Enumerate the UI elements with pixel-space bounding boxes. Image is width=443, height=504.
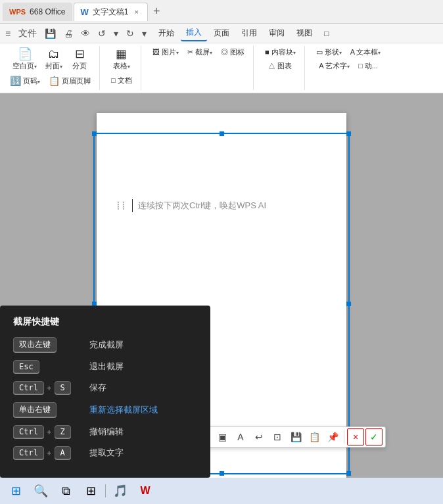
ribbon-row-shapes: ▭ 形状▾ A 文本框▾ (313, 46, 385, 58)
menu-bar-icons: ≡ 文件 💾 🖨 👁 ↺ ▾ ↻ ▾ (3, 26, 149, 41)
icon-button[interactable]: ◎ 图标 (218, 46, 248, 58)
shortcut-desc-esc: 退出截屏 (89, 361, 124, 373)
handle-tr[interactable] (346, 131, 351, 136)
doc-tab-label: 文字文稿1 (93, 7, 129, 18)
key-plus-save: + (47, 383, 52, 393)
ribbon: 📄 空白页▾ 🗂 封面▾ ⊟ 分页 🔢 页码▾ 📋 页眉页脚 (0, 43, 443, 93)
key-ctrl-undo: Ctrl (13, 425, 44, 438)
handle-tl[interactable] (92, 131, 97, 136)
textbox-button[interactable]: A 文本框▾ (347, 46, 385, 58)
shortcut-keys-extract: Ctrl + A (13, 446, 85, 459)
table-button[interactable]: ▦ 表格▾ (110, 46, 133, 73)
redo-dropdown[interactable]: ▾ (139, 27, 149, 40)
document-button[interactable]: □ 文档 (108, 74, 135, 87)
ss-save-btn[interactable]: 💾 (287, 428, 304, 446)
ribbon-group-media: 🖼 图片▾ ✂ 截屏▾ ◎ 图标 (147, 46, 254, 90)
wps-taskbar-button[interactable]: W (133, 479, 157, 503)
image-button[interactable]: 🖼 图片▾ (149, 46, 182, 58)
handle-tm[interactable] (220, 131, 224, 136)
page-number-icon: 🔢 (10, 76, 21, 86)
word-icon: W (81, 7, 89, 17)
wps-office-tab[interactable]: WPS 668 Office (3, 3, 72, 21)
ss-copy-btn[interactable]: 📋 (306, 428, 323, 446)
wordart-button[interactable]: A 艺术字▾ (315, 60, 353, 72)
undo-dropdown[interactable]: ▾ (111, 27, 121, 40)
handle-mr[interactable] (346, 302, 351, 306)
page-break-button[interactable]: ⊟ 分页 (68, 46, 91, 73)
cover-icon: 🗂 (48, 48, 60, 60)
tab-close-button[interactable]: × (133, 7, 141, 16)
tab-view[interactable]: 视图 (291, 26, 317, 41)
tab-home[interactable]: 开始 (153, 26, 179, 41)
header-footer-button[interactable]: 📋 页眉页脚 (45, 74, 94, 87)
key-plus-extract: + (47, 448, 52, 458)
page-break-icon: ⊟ (75, 48, 85, 60)
grid-dots-icon: ⁞⁞ (116, 198, 127, 213)
title-bar: WPS 668 Office W 文字文稿1 × + (0, 0, 443, 24)
music-button[interactable]: 🎵 (108, 479, 132, 503)
file-menu[interactable]: 文件 (16, 26, 39, 41)
key-esc: Esc (13, 360, 39, 373)
key-rightclick: 单击右键 (13, 402, 57, 417)
search-button[interactable]: 🔍 (29, 479, 53, 503)
key-a: A (55, 446, 71, 459)
page-number-button[interactable]: 🔢 页码▾ (7, 74, 43, 87)
handle-br[interactable] (346, 471, 351, 476)
shortcut-desc-extract: 提取文字 (89, 447, 124, 459)
table-icon: ▦ (116, 48, 127, 60)
ribbon-row-art: A 艺术字▾ □ 动... (315, 60, 381, 72)
shortcut-popup-title: 截屏快捷键 (13, 316, 197, 328)
document-tab[interactable]: W 文字文稿1 × (74, 3, 148, 21)
redo-icon[interactable]: ↻ (124, 27, 137, 40)
tab-review[interactable]: 审阅 (264, 26, 290, 41)
blank-page-button[interactable]: 📄 空白页▾ (9, 46, 40, 73)
ribbon-group-content: ■ 内容块▾ △ 图表 (259, 46, 305, 90)
ss-crop-btn[interactable]: ⊡ (269, 428, 286, 446)
ss-pin-btn[interactable]: 📌 (324, 428, 341, 446)
ss-text-btn[interactable]: A (232, 428, 249, 446)
key-s: S (55, 381, 71, 394)
tab-reference[interactable]: 引用 (236, 26, 262, 41)
chart-button[interactable]: △ 图表 (265, 60, 295, 72)
shortcut-keys-esc: Esc (13, 360, 85, 373)
new-tab-button[interactable]: + (149, 5, 164, 18)
save-button[interactable]: 💾 (42, 27, 58, 40)
widgets-button[interactable]: ⊞ (79, 479, 103, 503)
key-z: Z (55, 425, 71, 438)
tab-insert[interactable]: 插入 (181, 25, 207, 41)
handle-bm[interactable] (220, 471, 224, 476)
shape-button[interactable]: ▭ 形状▾ (313, 46, 345, 58)
key-ctrl-extract: Ctrl (13, 446, 44, 459)
ss-step-btn[interactable]: ↩ (250, 428, 268, 446)
tab-page[interactable]: 页面 (208, 26, 235, 41)
shortcut-keys-save: Ctrl + S (13, 381, 85, 394)
shortcut-row-save: Ctrl + S 保存 (13, 381, 197, 394)
shortcut-keys-rightclick: 单击右键 (13, 402, 85, 417)
screenshot-button[interactable]: ✂ 截屏▾ (184, 46, 216, 58)
cover-button[interactable]: 🗂 封面▾ (42, 46, 66, 73)
ribbon-row-media: 🖼 图片▾ ✂ 截屏▾ ◎ 图标 (149, 46, 248, 58)
start-button[interactable]: ⊞ (4, 479, 28, 503)
preview-icon[interactable]: 👁 (78, 27, 93, 40)
shortcut-keys-undo: Ctrl + Z (13, 425, 85, 438)
shortcut-desc-rightclick: 重新选择截屏区域 (89, 404, 158, 416)
taskbar-separator (105, 484, 106, 497)
ss-cancel-btn[interactable]: × (347, 428, 364, 446)
undo-icon[interactable]: ↺ (95, 27, 108, 40)
header-footer-icon: 📋 (49, 76, 60, 86)
key-doubleclick: 双击左键 (13, 337, 57, 352)
shortcut-popup: 截屏快捷键 双击左键 完成截屏 Esc 退出截屏 Ctrl + S 保存 单击右… (0, 306, 210, 478)
taskview-button[interactable]: ⧉ (54, 479, 78, 503)
ss-mosaic-btn[interactable]: ▣ (214, 428, 231, 446)
ss-confirm-btn[interactable]: ✓ (365, 428, 383, 446)
shortcut-row-doubleclick: 双击左键 完成截屏 (13, 337, 197, 352)
tab-more[interactable]: □ (319, 27, 334, 40)
animation-button[interactable]: □ 动... (355, 60, 381, 72)
shortcut-keys-doubleclick: 双击左键 (13, 337, 85, 352)
shortcut-desc-save: 保存 (89, 382, 106, 394)
print-icon[interactable]: 🖨 (61, 27, 76, 40)
hamburger-menu[interactable]: ≡ (3, 27, 13, 40)
ribbon-group-table: ▦ 表格▾ □ 文档 (105, 46, 141, 90)
shortcut-row-rightclick: 单击右键 重新选择截屏区域 (13, 402, 197, 417)
content-block-button[interactable]: ■ 内容块▾ (262, 46, 299, 58)
